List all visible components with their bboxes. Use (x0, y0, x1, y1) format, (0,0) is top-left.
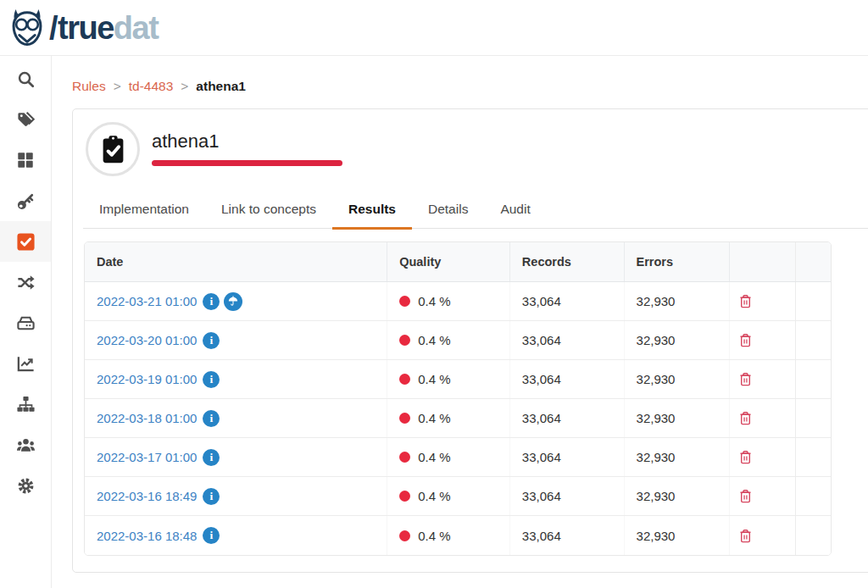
sidebar-item-shuffle[interactable] (0, 262, 51, 302)
quality-value: 0.4 % (418, 372, 450, 386)
date-cell: 2022-03-18 01:00i (85, 399, 387, 437)
column-header-errors: Errors (624, 242, 730, 281)
trash-icon (738, 488, 753, 504)
spacer-cell (795, 399, 831, 437)
records-cell: 33,064 (509, 282, 624, 320)
tab-link-to-concepts[interactable]: Link to concepts (205, 195, 332, 228)
trash-icon (738, 410, 753, 426)
result-date-link[interactable]: 2022-03-18 01:00 (97, 411, 197, 425)
result-date-link[interactable]: 2022-03-20 01:00 (97, 333, 197, 347)
quality-cell: 0.4 % (387, 321, 509, 359)
sidebar-item-chart[interactable] (0, 343, 51, 384)
date-cell: 2022-03-21 01:00i (85, 282, 387, 320)
delete-result-button[interactable] (737, 369, 754, 389)
sidebar-item-drive[interactable] (0, 302, 51, 343)
errors-cell: 32,930 (624, 477, 730, 515)
errors-cell: 32,930 (624, 360, 730, 398)
result-row: 2022-03-16 18:48i0.4 %33,06432,930 (85, 516, 831, 555)
quality-value: 0.4 % (418, 333, 450, 347)
sidebar-item-sitemap[interactable] (0, 384, 51, 424)
errors-cell: 32,930 (624, 282, 730, 320)
column-header-empty (795, 242, 831, 281)
breadcrumb-item-td-4483[interactable]: td-4483 (129, 79, 174, 93)
sidebar-item-users[interactable] (0, 424, 51, 465)
tabs: ImplementationLink to conceptsResultsDet… (83, 195, 868, 229)
actions-cell (729, 438, 795, 476)
quality-cell: 0.4 % (387, 282, 509, 320)
sidebar-item-grid[interactable] (0, 140, 51, 180)
result-row: 2022-03-20 01:00i0.4 %33,06432,930 (85, 321, 831, 360)
trash-icon (738, 332, 753, 348)
quality-cell: 0.4 % (387, 438, 509, 476)
date-cell: 2022-03-19 01:00i (85, 360, 387, 398)
column-header-date: Date (85, 242, 387, 281)
quality-cell: 0.4 % (387, 516, 509, 555)
info-icon[interactable]: i (203, 332, 220, 349)
date-cell: 2022-03-16 18:49i (85, 477, 387, 515)
results-table: DateQualityRecordsErrors 2022-03-21 01:0… (84, 241, 832, 556)
delete-result-button[interactable] (737, 330, 754, 350)
delete-result-button[interactable] (737, 486, 754, 506)
logo-dat: dat (114, 10, 159, 46)
delete-result-button[interactable] (737, 408, 754, 428)
trash-icon (738, 449, 753, 465)
records-cell: 33,064 (509, 399, 624, 437)
spacer-cell (795, 516, 831, 555)
records-cell: 33,064 (509, 360, 624, 398)
logo-wordmark: /truedat (49, 12, 158, 44)
info-icon[interactable]: i (203, 293, 220, 310)
result-row: 2022-03-16 18:49i0.4 %33,06432,930 (85, 477, 831, 516)
quality-status-dot (399, 413, 410, 424)
umbrella-icon[interactable] (224, 292, 242, 311)
quality-cell: 0.4 % (387, 399, 509, 437)
hard-drive-icon (16, 313, 36, 333)
results-table-header: DateQualityRecordsErrors (85, 242, 831, 282)
result-date-link[interactable]: 2022-03-16 18:48 (97, 529, 197, 543)
actions-cell (729, 477, 795, 515)
spacer-cell (795, 360, 831, 398)
gear-icon (16, 476, 36, 496)
owl-logo-icon (8, 8, 47, 48)
result-date-link[interactable]: 2022-03-19 01:00 (97, 372, 197, 386)
info-icon[interactable]: i (203, 449, 220, 466)
quality-value: 0.4 % (418, 294, 450, 308)
info-icon[interactable]: i (203, 488, 220, 505)
delete-result-button[interactable] (737, 447, 754, 467)
result-date-link[interactable]: 2022-03-17 01:00 (97, 450, 197, 464)
tab-audit[interactable]: Audit (484, 195, 546, 228)
breadcrumb-item-rules[interactable]: Rules (72, 79, 106, 93)
tab-implementation[interactable]: Implementation (83, 195, 205, 228)
quality-value: 0.4 % (418, 489, 450, 503)
quality-status-dot (399, 374, 410, 385)
clipboard-check-icon (100, 135, 126, 164)
sidebar-item-tags[interactable] (0, 99, 51, 140)
chart-line-icon (16, 354, 36, 374)
sitemap-icon (16, 395, 36, 414)
result-row: 2022-03-17 01:00i0.4 %33,06432,930 (85, 438, 831, 477)
quality-status-dot (399, 296, 410, 307)
info-icon[interactable]: i (203, 527, 220, 544)
sidebar-item-settings[interactable] (0, 465, 51, 506)
errors-cell: 32,930 (624, 399, 730, 437)
quality-value: 0.4 % (418, 529, 450, 543)
breadcrumb-separator: > (114, 79, 121, 93)
column-header-empty (729, 242, 795, 281)
info-icon[interactable]: i (203, 371, 220, 388)
records-cell: 33,064 (509, 477, 624, 515)
info-icon[interactable]: i (203, 410, 220, 427)
errors-cell: 32,930 (624, 438, 730, 476)
delete-result-button[interactable] (737, 526, 754, 546)
tab-results[interactable]: Results (332, 195, 412, 228)
delete-result-button[interactable] (737, 291, 754, 311)
result-date-link[interactable]: 2022-03-16 18:49 (97, 489, 197, 503)
result-row: 2022-03-18 01:00i0.4 %33,06432,930 (85, 399, 831, 438)
result-date-link[interactable]: 2022-03-21 01:00 (97, 294, 197, 308)
truedat-logo[interactable]: /truedat (8, 8, 158, 48)
tab-details[interactable]: Details (412, 195, 484, 228)
sidebar-item-quality[interactable] (0, 221, 51, 262)
sidebar-item-key[interactable] (0, 180, 51, 221)
sidebar-item-search[interactable] (0, 58, 51, 99)
records-cell: 33,064 (509, 321, 624, 359)
search-icon (16, 69, 36, 89)
users-icon (16, 435, 36, 455)
